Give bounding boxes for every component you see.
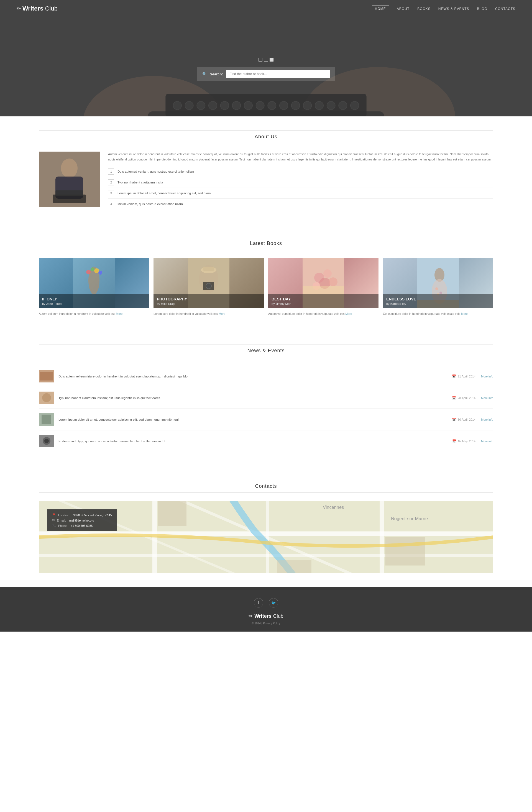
book-more-2[interactable]: More [219, 312, 225, 315]
news-more-1[interactable]: More info [481, 375, 493, 378]
book-author-3: by Jimmy Mon [271, 302, 375, 305]
news-more-3[interactable]: More info [481, 418, 493, 421]
location-value: 9870 St Vincent Place, DC 45 [73, 513, 112, 517]
book-author-4: by Barbara Idy [386, 302, 490, 305]
about-list-item-1: 1 Duis autemad veniam, quis nostrud exer… [108, 166, 493, 177]
news-more-4[interactable]: More info [481, 439, 493, 443]
book-card-2[interactable]: PHOTOGRAPHY by Mike Krag Lorem sure dolo… [153, 258, 264, 316]
search-icon: 🔍 [202, 72, 207, 76]
news-meta-4: 📅 07 May, 2014 More info [447, 439, 493, 443]
calendar-icon-4: 📅 [452, 439, 456, 443]
about-list: 1 Duis autemad veniam, quis nostrud exer… [108, 166, 493, 209]
svg-point-31 [86, 270, 91, 274]
footer-social: f 🐦 [17, 598, 515, 608]
news-list: Duis autem vel eum iriure dolor in hendr… [39, 365, 493, 452]
book-more-3[interactable]: More [345, 312, 352, 315]
nav-item-about[interactable]: ABOUT [397, 6, 410, 11]
about-section: About Us Autem vel eum iriure dolor in h… [0, 116, 532, 223]
nav-item-home[interactable]: HOME [372, 6, 389, 11]
news-text-1: Duis autem vel eum iriure dolor in hendr… [58, 374, 442, 379]
news-text-2: Typi non habent claritatem insitam; est … [58, 396, 442, 400]
facebook-button[interactable]: f [254, 598, 263, 608]
book-title-3: BEST DAY [271, 297, 375, 302]
contacts-section: Contacts Vincennes Nogent-sur-Marne [0, 466, 532, 587]
svg-rect-76 [385, 537, 425, 566]
book-desc-1: Autem vel eum iriure dolor in hendrerit … [39, 311, 149, 316]
calendar-icon-2: 📅 [452, 396, 456, 400]
logo-bold: Writers [23, 5, 43, 12]
books-section: Latest Books [0, 223, 532, 330]
hero-dot-3[interactable] [270, 58, 274, 61]
footer-logo-bold: Writers [254, 613, 271, 619]
news-item-4: Eodem modo typi, qui nunc nobis videntur… [39, 430, 493, 452]
svg-point-32 [91, 267, 94, 271]
news-more-2[interactable]: More info [481, 396, 493, 400]
list-num-4: 4 [108, 201, 114, 207]
svg-rect-77 [277, 560, 311, 573]
book-cover-overlay-4: ENDLESS LOVE by Barbara Idy [383, 294, 493, 308]
news-section: News & Events Duis autem vel eum iriure … [0, 330, 532, 466]
book-card-3[interactable]: BEST DAY by Jimmy Mon Autem vel eum iriu… [268, 258, 379, 316]
list-num-3: 3 [108, 190, 114, 196]
news-meta-1: 📅 21 April, 2014 More info [446, 374, 493, 378]
nav-item-books[interactable]: BOOKS [417, 6, 431, 11]
news-date-3: 30 April, 2014 [458, 418, 475, 421]
list-num-1: 1 [108, 169, 114, 175]
logo-light: Club [45, 5, 57, 12]
hero-dots [197, 58, 335, 61]
site-logo[interactable]: ✏ Writers Club [17, 5, 58, 12]
about-img-svg [39, 151, 100, 207]
logo-icon: ✏ [17, 5, 21, 12]
hero-section: 🔍 Search: [0, 0, 532, 116]
about-list-item-2: 2 Typi non habent claritatem insita [108, 177, 493, 188]
news-meta-3: 📅 30 April, 2014 More info [446, 418, 493, 421]
news-title-bar: News & Events [39, 344, 493, 357]
about-text: Autem vel eum iriure dolor in hendrerit … [108, 151, 493, 209]
twitter-button[interactable]: 🐦 [269, 598, 278, 608]
nav-item-news[interactable]: NEWS & EVENTS [438, 6, 469, 11]
nav-item-blog[interactable]: BLOG [477, 6, 487, 11]
phone-value: +1 800 603 6035 [71, 524, 92, 527]
news-thumb-3 [39, 413, 54, 426]
news-title: News & Events [42, 348, 490, 353]
nav-item-contacts[interactable]: CONTACTS [495, 6, 515, 11]
book-title-2: PHOTOGRAPHY [157, 297, 261, 302]
book-cover-2: PHOTOGRAPHY by Mike Krag [153, 258, 264, 308]
email-label: E-mail: [57, 519, 66, 522]
phone-icon: 📞 [52, 524, 56, 527]
book-cover-4: ENDLESS LOVE by Barbara Idy [383, 258, 493, 308]
book-card-1[interactable]: IF ONLY by Jane Forest Autem vel eum iri… [39, 258, 149, 316]
search-input[interactable] [226, 70, 330, 78]
list-text-2: Typi non habent claritatem insita [117, 181, 163, 184]
hero-dot-2[interactable] [264, 58, 268, 61]
news-thumb-2 [39, 392, 54, 404]
about-body: Autem vel eum iriure dolor in hendrerit … [108, 151, 493, 162]
location-label: Location: [58, 513, 70, 517]
list-text-1: Duis autemad veniam, quis nostrud exerci… [117, 170, 194, 173]
svg-point-64 [44, 439, 49, 443]
book-card-4[interactable]: ENDLESS LOVE by Barbara Idy Cel eum iriu… [383, 258, 493, 316]
calendar-icon-1: 📅 [452, 374, 456, 378]
svg-point-34 [98, 271, 102, 275]
navbar: ✏ Writers Club HOME ABOUT BOOKS NEWS & E… [0, 0, 532, 17]
svg-rect-57 [40, 372, 53, 380]
contacts-title-bar: Contacts [39, 480, 493, 493]
map-phone-row: 📞 Phone: +1 800 603 6035 [52, 524, 112, 527]
about-content: Autem vel eum iriure dolor in hendrerit … [39, 151, 493, 209]
book-desc-4: Cel eum iriure dolor in hendrerit in vul… [383, 311, 493, 316]
hero-dot-1[interactable] [258, 58, 262, 61]
svg-text:Atlantique: Atlantique [95, 573, 116, 574]
news-body-1: Duis autem vel eum iriure dolor in hendr… [58, 374, 442, 379]
news-item-2: Typi non habent claritatem insitam; est … [39, 387, 493, 409]
search-label: Search: [210, 72, 223, 76]
footer-logo-light: Club [273, 613, 283, 619]
book-title-4: ENDLESS LOVE [386, 297, 490, 302]
about-img-inner [39, 151, 100, 207]
book-more-1[interactable]: More [116, 312, 122, 315]
news-text-4: Eodem modo typi, qui nunc nobis videntur… [58, 439, 442, 444]
book-desc-3: Autem vel eum iriure dolor in hendrerit … [268, 311, 379, 316]
svg-text:Nogent-sur-Marne: Nogent-sur-Marne [391, 516, 428, 521]
book-more-4[interactable]: More [461, 312, 468, 315]
about-list-item-4: 4 Minim veniam, quis nostrud exerci tati… [108, 199, 493, 209]
svg-point-24 [61, 159, 78, 178]
